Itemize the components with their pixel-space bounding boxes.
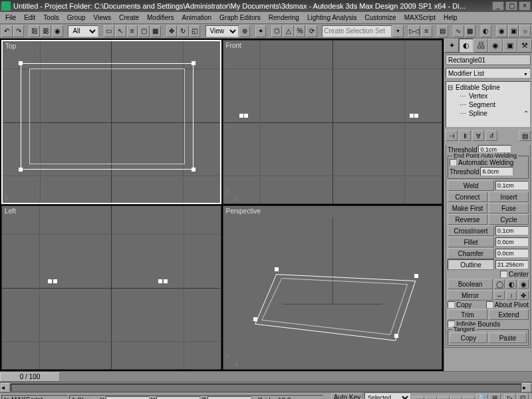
fillet-button[interactable]: Fillet <box>448 237 494 247</box>
link-button[interactable]: ⛓ <box>29 25 40 37</box>
menu-modifiers[interactable]: Modifiers <box>143 13 178 23</box>
mirror-tool-button[interactable]: ▷◁ <box>408 25 420 37</box>
selset-dropdown[interactable] <box>392 25 404 37</box>
auto-weld-checkbox[interactable] <box>450 159 457 166</box>
nav-zoom-button[interactable]: 🔍 <box>476 394 488 399</box>
nav-zoomext-button[interactable]: ⊡ <box>517 394 529 399</box>
show-result-button[interactable]: Ⅱ <box>459 130 471 141</box>
curve-editor-button[interactable]: ∿ <box>453 25 464 37</box>
move-button[interactable]: ✥ <box>166 25 178 37</box>
auto-thresh-spinner[interactable]: 6.0cm <box>480 167 513 176</box>
weld-button[interactable]: Weld <box>448 180 494 191</box>
snap-button[interactable]: ⬡ <box>271 25 283 37</box>
modifier-list-dropdown[interactable]: Modifier List <box>446 68 531 78</box>
tangent-paste-button[interactable]: Paste <box>489 332 527 343</box>
redo-button[interactable]: ↷ <box>13 25 25 37</box>
menu-animation[interactable]: Animation <box>178 13 215 23</box>
viewport-front[interactable]: Front zx <box>223 40 443 204</box>
key-mode-dropdown[interactable]: Selected <box>364 392 411 400</box>
outline-spinner[interactable]: 21.256cm <box>495 260 529 269</box>
menu-grapheditors[interactable]: Graph Editors <box>215 13 265 23</box>
goto-start-button[interactable]: ⏮ <box>412 396 424 400</box>
track-left[interactable]: ◂ <box>1 383 10 392</box>
byname-button[interactable]: ≡ <box>127 25 138 37</box>
about-pivot-checkbox[interactable] <box>486 301 493 309</box>
time-slider[interactable]: 0 / 100 <box>0 371 532 382</box>
menu-tools[interactable]: Tools <box>39 13 63 23</box>
bool-sub-icon[interactable]: ◐ <box>506 279 517 289</box>
mirror-button[interactable]: Mirror <box>448 290 493 301</box>
select-button[interactable]: ▭ <box>104 25 115 37</box>
tab-display[interactable]: ▣ <box>503 39 517 53</box>
time-slider-thumb[interactable]: 0 / 100 <box>0 372 60 382</box>
mirror-both-icon[interactable]: ✥ <box>518 291 529 300</box>
pin-stack-button[interactable]: ⊣ <box>446 130 458 141</box>
menu-create[interactable]: Create <box>115 13 143 23</box>
tab-create[interactable]: ✦ <box>444 39 459 53</box>
region-button[interactable]: ▢ <box>138 25 150 37</box>
rotate-button[interactable]: ↻ <box>178 25 189 37</box>
percent-snap-button[interactable]: % <box>295 25 306 37</box>
track-right[interactable]: ▸ <box>522 383 531 392</box>
tab-motion[interactable]: ◉ <box>488 39 503 53</box>
chamfer-button[interactable]: Chamfer <box>448 248 494 259</box>
track-area[interactable] <box>11 384 521 392</box>
viewport-top[interactable]: Top z <box>1 40 221 204</box>
layers-button[interactable]: ▤ <box>437 25 448 37</box>
render-frame-button[interactable]: ▣ <box>508 25 519 37</box>
close-button[interactable]: × <box>519 1 531 11</box>
reverse-button[interactable]: Reverse <box>448 214 487 225</box>
cross-spinner[interactable]: 0.1cm <box>495 226 529 235</box>
connect-button[interactable]: Connect <box>448 192 487 202</box>
make-unique-button[interactable]: ∀ <box>472 130 484 141</box>
bool-int-icon[interactable]: ◉ <box>518 279 529 289</box>
weld-spinner[interactable]: 0.1cm <box>495 181 529 190</box>
play-button[interactable]: ▶ <box>438 396 450 400</box>
extend-button[interactable]: Extend <box>489 309 529 320</box>
quick-render-button[interactable]: ☼ <box>519 25 531 37</box>
named-selection-input[interactable] <box>322 25 392 37</box>
tangent-copy-button[interactable]: Copy <box>450 332 487 343</box>
chamfer-spinner[interactable]: 0.0cm <box>495 249 529 258</box>
maximize-button[interactable]: ▢ <box>505 1 517 11</box>
insert-button[interactable]: Insert <box>489 192 529 202</box>
boolean-button[interactable]: Boolean <box>448 279 493 289</box>
next-frame-button[interactable]: ▸ <box>450 396 462 400</box>
bind-button[interactable]: ◉ <box>52 25 63 37</box>
material-button[interactable]: ◐ <box>481 25 492 37</box>
cursor-button[interactable]: ↖ <box>115 25 126 37</box>
scale-button[interactable]: ◱ <box>190 25 201 37</box>
menu-customize[interactable]: Customize <box>360 13 400 23</box>
mirror-h-icon[interactable]: ↔ <box>494 291 505 300</box>
center-button[interactable]: ⊕ <box>239 25 251 37</box>
bool-union-icon[interactable]: ◯ <box>494 279 505 289</box>
trim-button[interactable]: Trim <box>448 309 487 320</box>
goto-end-button[interactable]: ⏭ <box>463 396 475 400</box>
unlink-button[interactable]: ⛓̸ <box>41 25 52 37</box>
menu-file[interactable]: File <box>1 13 20 23</box>
viewport-left[interactable]: Left <box>1 205 221 370</box>
tab-hierarchy[interactable]: 品 <box>473 39 488 53</box>
fuse-button[interactable]: Fuse <box>489 203 529 213</box>
align-button[interactable]: ≡ <box>421 25 432 37</box>
tab-utilities[interactable]: ⚒ <box>517 39 532 53</box>
menu-edit[interactable]: Edit <box>20 13 39 23</box>
center-checkbox[interactable] <box>500 271 507 278</box>
menu-views[interactable]: Views <box>90 13 116 23</box>
object-name-input[interactable] <box>448 56 532 64</box>
modifier-stack[interactable]: ⊟Editable Spline ⋯ Vertex ⋯ Segment ⋯ Sp… <box>446 81 531 128</box>
menu-maxscript[interactable]: MAXScript <box>400 13 440 23</box>
tab-modify[interactable]: ◐ <box>459 39 473 53</box>
makefirst-button[interactable]: Make First <box>448 203 487 213</box>
menu-group[interactable]: Group <box>63 13 90 23</box>
spinner-snap-button[interactable]: ⟳ <box>306 25 317 37</box>
menu-lighting[interactable]: Lighting Analysis <box>303 13 361 23</box>
menu-rendering[interactable]: Rendering <box>265 13 303 23</box>
nav-fov-button[interactable]: ▷ <box>504 394 516 399</box>
cycle-button[interactable]: Cycle <box>489 214 529 225</box>
render-setup-button[interactable]: ◉ <box>496 25 507 37</box>
remove-mod-button[interactable]: ᵭ <box>485 130 497 141</box>
copy-checkbox[interactable] <box>448 301 455 309</box>
undo-button[interactable]: ↶ <box>1 25 13 37</box>
auto-key-button[interactable]: Auto Key <box>331 393 363 399</box>
